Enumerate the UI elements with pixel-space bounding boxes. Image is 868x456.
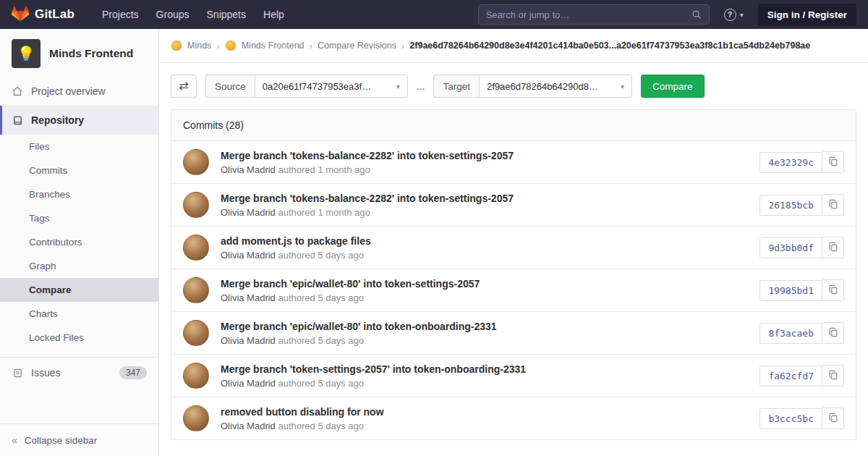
project-name: Minds Frontend [49, 47, 133, 60]
copy-sha-button[interactable] [822, 194, 844, 216]
commit-author-link[interactable]: Olivia Madrid [221, 335, 276, 346]
sidebar-item-files[interactable]: Files [0, 135, 158, 159]
search-icon [692, 9, 702, 20]
sidebar-item-locked-files[interactable]: Locked Files [0, 326, 158, 350]
gitlab-home-link[interactable]: GitLab [12, 5, 75, 24]
commit-sha-link[interactable]: b3ccc5bc [760, 408, 822, 429]
copy-sha-button[interactable] [822, 237, 844, 258]
commit-author-link[interactable]: Olivia Madrid [221, 292, 276, 303]
copy-icon [828, 242, 838, 254]
user-avatar[interactable] [183, 277, 209, 303]
primary-nav: Projects Groups Snippets Help [93, 0, 293, 29]
sidebar-item-commits[interactable]: Commits [0, 159, 158, 182]
commit-title-link[interactable]: Merge branch 'tokens-balance-2282' into … [221, 193, 748, 204]
commit-row: removed button disabling for now Olivia … [171, 397, 856, 440]
commit-title-link[interactable]: Merge branch 'token-settings-2057' into … [221, 363, 748, 375]
sidebar-item-tags[interactable]: Tags [0, 206, 158, 230]
commit-sha-link[interactable]: 19985bd1 [760, 280, 822, 301]
commit-title-link[interactable]: removed button disabling for now [221, 406, 748, 418]
sidebar-project-link[interactable]: 💡 Minds Frontend [0, 29, 158, 77]
user-avatar[interactable] [183, 363, 209, 389]
copy-sha-button[interactable] [822, 279, 844, 301]
sidebar-item-branches[interactable]: Branches [0, 182, 158, 206]
nav-help[interactable]: Help [255, 0, 293, 29]
swap-revisions-button[interactable]: ⇄ [171, 75, 197, 98]
commit-author-link[interactable]: Olivia Madrid [221, 421, 276, 431]
search-input[interactable] [486, 9, 692, 20]
commit-row: Merge branch 'token-settings-2057' into … [171, 355, 856, 397]
commit-sha-link[interactable]: fa62cfd7 [760, 366, 822, 387]
commit-title-link[interactable]: Merge branch 'tokens-balance-2282' into … [221, 150, 748, 161]
home-icon [12, 85, 23, 97]
user-avatar[interactable] [183, 405, 209, 431]
compare-button[interactable]: Compare [641, 75, 705, 98]
gitlab-tanuki-logo-icon [12, 5, 29, 24]
commit-sha-link[interactable]: 8f3acaeb [760, 323, 822, 344]
search-bar[interactable] [478, 4, 710, 25]
source-revision-dropdown[interactable]: 0a20e61f74737953ea3f… ▾ [255, 75, 408, 98]
target-label: Target [433, 75, 479, 98]
target-revision-dropdown[interactable]: 2f9ae6d78264b64290d8… ▾ [479, 75, 632, 98]
commit-sha-link[interactable]: 26185bcb [760, 195, 822, 216]
commit-sha-link[interactable]: 4e32329c [760, 152, 822, 173]
breadcrumb-minds[interactable]: Minds [187, 41, 211, 51]
copy-sha-button[interactable] [822, 408, 844, 429]
project-sidebar: 💡 Minds Frontend Project overview [0, 29, 159, 456]
user-avatar[interactable] [183, 149, 209, 175]
nav-groups[interactable]: Groups [148, 0, 198, 29]
commit-author-link[interactable]: Olivia Madrid [221, 378, 276, 389]
sidebar-item-label: Project overview [31, 85, 106, 97]
commit-time: authored 5 days ago [276, 378, 364, 389]
commit-title-link[interactable]: Merge branch 'epic/wallet-80' into token… [221, 278, 748, 290]
commits-count-header: Commits (28) [171, 110, 856, 141]
breadcrumb-minds-frontend[interactable]: Minds Frontend [242, 41, 305, 51]
sidebar-item-contributors[interactable]: Contributors [0, 230, 158, 254]
breadcrumb: Minds › Minds Frontend › Compare Revisio… [159, 29, 868, 63]
commit-author-link[interactable]: Olivia Madrid [221, 250, 276, 261]
sidebar-item-graph[interactable]: Graph [0, 254, 158, 278]
minds-group-avatar [171, 40, 182, 51]
copy-sha-button[interactable] [822, 322, 844, 344]
user-avatar[interactable] [183, 320, 209, 346]
swap-arrows-icon: ⇄ [179, 80, 188, 92]
commit-time: authored 5 days ago [276, 250, 364, 261]
breadcrumb-compare-revisions[interactable]: Compare Revisions [318, 41, 396, 51]
sidebar-item-charts[interactable]: Charts [0, 302, 158, 326]
help-dropdown[interactable]: ? ▾ [724, 9, 744, 21]
sidebar-item-issues[interactable]: Issues 347 [0, 357, 158, 388]
copy-icon [828, 199, 838, 211]
user-avatar[interactable] [183, 235, 209, 261]
repository-subnav: Files Commits Branches Tags Contributors… [0, 135, 158, 350]
commit-time: authored 1 month ago [276, 164, 370, 175]
chevron-down-icon: ▾ [396, 83, 400, 90]
collapse-chevrons-icon: « [12, 434, 17, 446]
help-icon: ? [724, 9, 736, 21]
commit-title-link[interactable]: add moment.js to package files [221, 235, 748, 247]
chevron-down-icon: ▾ [621, 83, 624, 90]
commit-author-link[interactable]: Olivia Madrid [221, 207, 276, 218]
brand-name: GitLab [35, 7, 75, 22]
copy-sha-button[interactable] [822, 365, 844, 387]
sidebar-item-repository[interactable]: Repository [0, 106, 158, 135]
copy-sha-button[interactable] [822, 151, 844, 173]
commit-row: Merge branch 'tokens-balance-2282' into … [171, 184, 856, 227]
sidebar-item-label: Issues [31, 367, 111, 379]
user-avatar[interactable] [183, 192, 209, 218]
compare-revisions-form: ⇄ Source 0a20e61f74737953ea3f… ▾ ... Tar… [159, 63, 868, 109]
commit-time: authored 5 days ago [276, 292, 364, 303]
collapse-sidebar-button[interactable]: « Collapse sidebar [0, 423, 158, 456]
sidebar-item-project-overview[interactable]: Project overview [0, 77, 158, 106]
sidebar-item-label: Repository [31, 114, 84, 126]
commit-title-link[interactable]: Merge branch 'epic/wallet-80' into token… [221, 321, 748, 332]
target-group: Target 2f9ae6d78264b64290d8… ▾ [433, 75, 632, 98]
nav-snippets[interactable]: Snippets [198, 0, 255, 29]
collapse-sidebar-label: Collapse sidebar [25, 435, 98, 446]
sidebar-item-compare[interactable]: Compare [0, 278, 158, 302]
commit-row: add moment.js to package files Olivia Ma… [171, 227, 856, 269]
source-label: Source [205, 75, 255, 98]
commit-time: authored 5 days ago [276, 335, 364, 346]
commit-author-link[interactable]: Olivia Madrid [221, 164, 276, 175]
sign-in-button[interactable]: Sign in / Register [758, 4, 856, 26]
commit-sha-link[interactable]: 9d3bb0df [760, 237, 822, 258]
nav-projects[interactable]: Projects [93, 0, 148, 29]
